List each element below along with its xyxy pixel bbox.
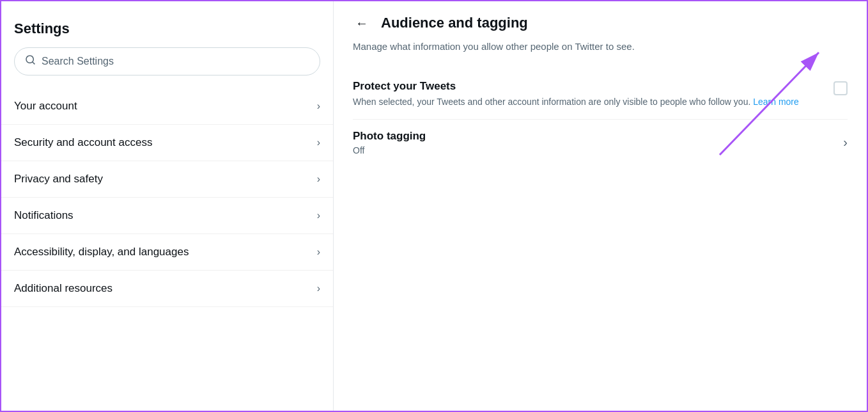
protect-tweets-setting[interactable]: Protect your Tweets When selected, your … (353, 70, 848, 120)
protect-tweets-content: Protect your Tweets When selected, your … (353, 80, 833, 109)
protect-tweets-right (833, 80, 848, 95)
protect-tweets-description: When selected, your Tweets and other acc… (353, 95, 833, 109)
nav-item-label-additional: Additional resources (14, 282, 112, 295)
nav-item-label-privacy: Privacy and safety (14, 173, 103, 186)
chevron-right-icon-additional: › (317, 283, 320, 294)
photo-tagging-content: Photo tagging Off (353, 130, 426, 155)
sidebar-item-notifications[interactable]: Notifications › (1, 198, 333, 234)
sidebar: Settings Search Settings Your account › … (1, 1, 334, 411)
photo-tagging-status: Off (353, 145, 426, 155)
sidebar-item-privacy[interactable]: Privacy and safety › (1, 161, 333, 198)
sidebar-item-accessibility[interactable]: Accessibility, display, and languages › (1, 234, 333, 271)
nav-item-label-accessibility: Accessibility, display, and languages (14, 246, 189, 258)
panel-title: Audience and tagging (381, 15, 528, 31)
main-panel: ← Audience and tagging Manage what infor… (334, 1, 867, 411)
sidebar-nav: Your account › Security and account acce… (1, 88, 333, 307)
search-icon (25, 54, 36, 68)
protect-tweets-desc-text: When selected, your Tweets and other acc… (353, 97, 750, 107)
chevron-right-icon-photo-tagging: › (843, 135, 848, 150)
photo-tagging-setting[interactable]: Photo tagging Off › (353, 120, 848, 166)
nav-item-label-security: Security and account access (14, 136, 152, 149)
learn-more-link[interactable]: Learn more (753, 97, 799, 107)
protect-tweets-checkbox[interactable] (833, 81, 848, 95)
sidebar-item-additional[interactable]: Additional resources › (1, 271, 333, 307)
nav-item-label-your-account: Your account (14, 100, 77, 113)
chevron-right-icon-notifications: › (317, 210, 320, 221)
chevron-right-icon-your-account: › (317, 100, 320, 112)
chevron-right-icon-security: › (317, 137, 320, 148)
back-button[interactable]: ← (353, 14, 371, 32)
photo-tagging-title: Photo tagging (353, 130, 426, 143)
panel-description: Manage what information you allow other … (353, 40, 848, 54)
sidebar-item-security[interactable]: Security and account access › (1, 125, 333, 161)
search-placeholder: Search Settings (42, 56, 114, 67)
chevron-right-icon-privacy: › (317, 173, 320, 185)
chevron-right-icon-accessibility: › (317, 246, 320, 258)
search-box[interactable]: Search Settings (14, 47, 320, 75)
panel-header: ← Audience and tagging (353, 14, 848, 32)
protect-tweets-title: Protect your Tweets (353, 80, 833, 93)
sidebar-item-your-account[interactable]: Your account › (1, 88, 333, 125)
nav-item-label-notifications: Notifications (14, 209, 74, 222)
sidebar-title: Settings (1, 14, 333, 47)
search-box-wrapper: Search Settings (1, 47, 333, 88)
